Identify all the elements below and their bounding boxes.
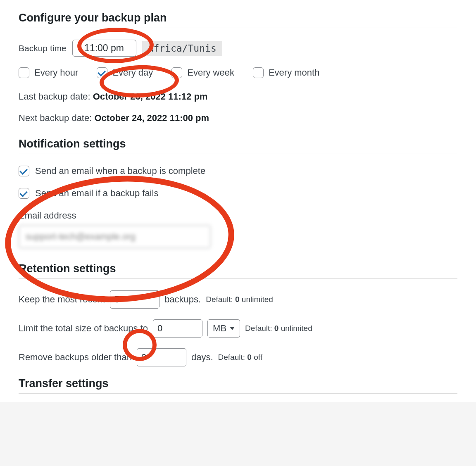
frequency-label: Every month	[269, 67, 320, 78]
notify-backup-fails[interactable]: Send an email if a backup fails	[19, 188, 457, 199]
email-address-input[interactable]	[19, 225, 211, 248]
frequency-every-week[interactable]: Every week	[171, 67, 234, 78]
keep-recent-suffix: backups.	[164, 294, 201, 305]
limit-size-input[interactable]	[153, 319, 202, 338]
section-title-retention: Retention settings	[19, 262, 457, 279]
checkbox-every-day[interactable]	[97, 67, 107, 78]
frequency-label: Every week	[187, 67, 234, 78]
checkbox-notify-complete[interactable]	[19, 166, 29, 176]
keep-recent-default: Default: 0 unlimited	[206, 295, 273, 304]
remove-older-prefix: Remove backups older than	[19, 352, 132, 363]
backup-time-label: Backup time	[19, 43, 67, 53]
backup-time-input[interactable]	[72, 40, 136, 57]
checkbox-every-month[interactable]	[253, 67, 264, 78]
checkbox-every-week[interactable]	[171, 67, 182, 78]
limit-size-unit-select[interactable]: MB	[207, 319, 240, 338]
remove-older-input[interactable]	[137, 348, 186, 366]
section-title-configure: Configure your backup plan	[19, 12, 457, 28]
section-title-notification: Notification settings	[19, 138, 457, 154]
frequency-every-day[interactable]: Every day	[97, 67, 153, 78]
frequency-every-hour[interactable]: Every hour	[19, 67, 78, 78]
remove-older-default: Default: 0 off	[218, 353, 262, 362]
notify-label: Send an email if a backup fails	[35, 188, 158, 199]
checkbox-notify-fails[interactable]	[19, 188, 29, 199]
frequency-label: Every hour	[34, 67, 78, 78]
remove-older-suffix: days.	[191, 352, 213, 363]
next-backup-date: Next backup date: October 24, 2022 11:00…	[19, 113, 457, 124]
unit-label: MB	[213, 323, 226, 334]
last-backup-date: Last backup date: October 23, 2022 11:12…	[19, 91, 457, 102]
email-address-label: Email address	[19, 210, 457, 221]
frequency-every-month[interactable]: Every month	[253, 67, 320, 78]
chevron-down-icon	[230, 327, 235, 330]
limit-size-default: Default: 0 unlimited	[245, 324, 312, 333]
timezone-badge: Africa/Tunis	[142, 41, 222, 56]
notify-backup-complete[interactable]: Send an email when a backup is complete	[19, 166, 457, 176]
frequency-label: Every day	[112, 67, 153, 78]
keep-recent-prefix: Keep the most recent	[19, 294, 105, 305]
limit-size-prefix: Limit the total size of backups to	[19, 323, 148, 334]
checkbox-every-hour[interactable]	[19, 67, 29, 78]
keep-recent-input[interactable]	[110, 290, 159, 309]
notify-label: Send an email when a backup is complete	[35, 166, 205, 176]
section-title-transfer: Transfer settings	[19, 377, 457, 394]
